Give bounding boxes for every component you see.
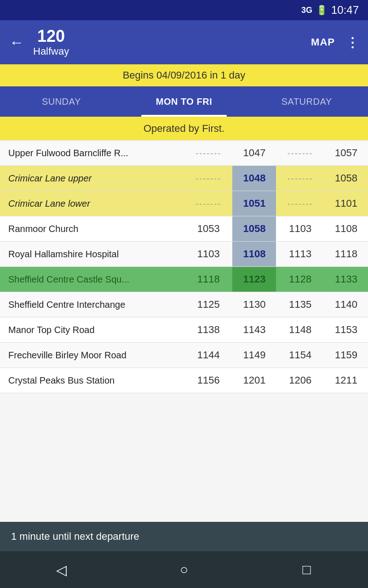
table-row: Crimicar Lane lower-------1051-------110… xyxy=(0,191,368,216)
time-col-1: 1118 xyxy=(184,267,233,292)
bottom-status: 1 minute until next departure xyxy=(0,522,368,551)
time-col-2-highlight: 1047 xyxy=(232,141,276,166)
departure-status: 1 minute until next departure xyxy=(11,531,139,543)
stop-name: Royal Hallamshire Hospital xyxy=(0,242,184,267)
time-col-1: 1144 xyxy=(184,343,233,368)
time-col-2-highlight: 1058 xyxy=(232,216,276,242)
table-row: Crystal Peaks Bus Station115612011206121… xyxy=(0,368,368,393)
back-button[interactable]: ← xyxy=(9,34,24,51)
info-banner: Begins 04/09/2016 in 1 day xyxy=(0,64,368,86)
nav-bar: ◁ ○ □ xyxy=(0,551,368,588)
time-col-3: 1206 xyxy=(276,368,324,393)
time-col-1: 1053 xyxy=(184,216,233,242)
time-col-2-highlight: 1048 xyxy=(232,166,276,191)
stop-name: Crimicar Lane lower xyxy=(0,191,184,216)
stop-name: Frecheville Birley Moor Road xyxy=(0,343,184,368)
time-col-3: 1128 xyxy=(276,267,324,292)
time-col-4: 1101 xyxy=(324,191,368,216)
time-col-3: 1154 xyxy=(276,343,324,368)
time-col-1: ------- xyxy=(184,166,233,191)
table-row: Upper Fulwood Barncliffe R...-------1047… xyxy=(0,141,368,166)
timetable-wrapper: Upper Fulwood Barncliffe R...-------1047… xyxy=(0,141,368,522)
time-col-2-highlight: 1123 xyxy=(232,267,276,292)
tab-saturday[interactable]: SATURDAY xyxy=(245,86,368,117)
time-col-4: 1058 xyxy=(324,166,368,191)
time-col-2-highlight: 1051 xyxy=(232,191,276,216)
tab-mon-to-fri[interactable]: MON TO FRI xyxy=(123,86,246,117)
nav-home-button[interactable]: ○ xyxy=(170,556,198,583)
stop-name: Ranmoor Church xyxy=(0,216,184,242)
stop-name: Upper Fulwood Barncliffe R... xyxy=(0,141,184,166)
signal-icon: 3G xyxy=(301,6,312,15)
table-row: Sheffield Centre Interchange112511301135… xyxy=(0,292,368,317)
time-col-4: 1133 xyxy=(324,267,368,292)
time-col-1: ------- xyxy=(184,141,233,166)
stop-name: Sheffield Centre Interchange xyxy=(0,292,184,317)
time-col-4: 1159 xyxy=(324,343,368,368)
time-col-3: 1135 xyxy=(276,292,324,317)
timetable: Upper Fulwood Barncliffe R...-------1047… xyxy=(0,141,368,393)
time-col-1: 1103 xyxy=(184,242,233,267)
time-col-1: ------- xyxy=(184,191,233,216)
stop-name: Crystal Peaks Bus Station xyxy=(0,368,184,393)
time-col-4: 1140 xyxy=(324,292,368,317)
time-col-4: 1153 xyxy=(324,317,368,343)
time-col-3: 1113 xyxy=(276,242,324,267)
tab-sunday[interactable]: SUNDAY xyxy=(0,86,123,117)
header-left: ← 120 Halfway xyxy=(9,27,69,57)
nav-recent-button[interactable]: □ xyxy=(293,556,321,583)
stop-name: Manor Top City Road xyxy=(0,317,184,343)
stop-name: Sheffield Centre Castle Squ... xyxy=(0,267,184,292)
time-col-4: 1118 xyxy=(324,242,368,267)
table-row: Manor Top City Road1138114311481153 xyxy=(0,317,368,343)
status-icons: 3G 🔋 10:47 xyxy=(301,4,359,17)
time-col-4: 1108 xyxy=(324,216,368,242)
table-row: Sheffield Centre Castle Squ...1118112311… xyxy=(0,267,368,292)
time-col-1: 1125 xyxy=(184,292,233,317)
time-display: 10:47 xyxy=(331,4,359,17)
tab-bar: SUNDAY MON TO FRI SATURDAY xyxy=(0,86,368,117)
map-button[interactable]: MAP xyxy=(311,36,335,48)
time-col-2-highlight: 1143 xyxy=(232,317,276,343)
route-destination: Halfway xyxy=(33,45,69,57)
time-col-4: 1211 xyxy=(324,368,368,393)
time-col-3: 1103 xyxy=(276,216,324,242)
table-row: Ranmoor Church1053105811031108 xyxy=(0,216,368,242)
time-col-4: 1057 xyxy=(324,141,368,166)
time-col-3: ------- xyxy=(276,141,324,166)
time-col-3: ------- xyxy=(276,166,324,191)
time-col-3: ------- xyxy=(276,191,324,216)
time-col-2-highlight: 1149 xyxy=(232,343,276,368)
more-button[interactable]: ⋮ xyxy=(346,35,359,50)
time-col-1: 1138 xyxy=(184,317,233,343)
nav-back-button[interactable]: ◁ xyxy=(47,556,75,583)
header-right: MAP ⋮ xyxy=(311,35,359,50)
time-col-2-highlight: 1201 xyxy=(232,368,276,393)
time-col-2-highlight: 1108 xyxy=(232,242,276,267)
table-row: Royal Hallamshire Hospital11031108111311… xyxy=(0,242,368,267)
time-col-1: 1156 xyxy=(184,368,233,393)
time-col-2-highlight: 1130 xyxy=(232,292,276,317)
table-row: Crimicar Lane upper-------1048-------105… xyxy=(0,166,368,191)
operator-banner: Operated by First. xyxy=(0,117,368,141)
header: ← 120 Halfway MAP ⋮ xyxy=(0,20,368,64)
battery-icon: 🔋 xyxy=(316,5,328,16)
info-text: Begins 04/09/2016 in 1 day xyxy=(123,69,246,81)
operator-text: Operated by First. xyxy=(144,123,224,135)
time-col-3: 1148 xyxy=(276,317,324,343)
status-bar: 3G 🔋 10:47 xyxy=(0,0,368,20)
header-title-group: 120 Halfway xyxy=(33,27,69,57)
table-row: Frecheville Birley Moor Road114411491154… xyxy=(0,343,368,368)
stop-name: Crimicar Lane upper xyxy=(0,166,184,191)
route-number: 120 xyxy=(37,27,65,45)
